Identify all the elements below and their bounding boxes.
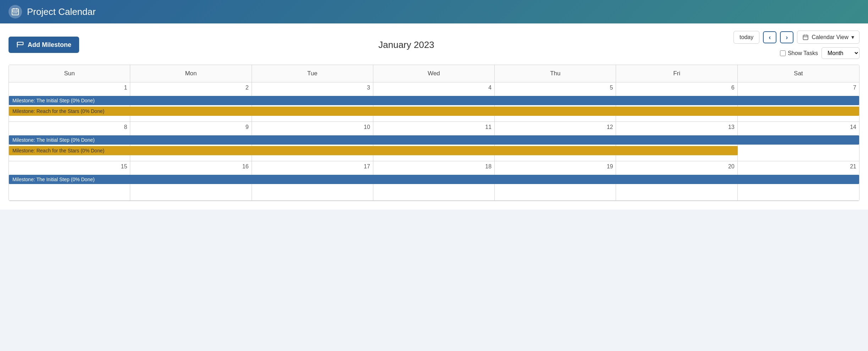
- month-title: January 2023: [378, 39, 434, 50]
- header-sat: Sat: [738, 65, 859, 82]
- day-headers: Sun Mon Tue Wed Thu Fri Sat: [9, 65, 859, 82]
- toolbar-center: January 2023: [83, 39, 729, 50]
- svg-rect-9: [803, 35, 808, 40]
- milestone-bar-week1-1[interactable]: Milestone: The Initial Step (0% Done): [9, 96, 859, 105]
- header-tue: Tue: [252, 65, 373, 82]
- add-milestone-button[interactable]: Add Milestone: [9, 37, 79, 53]
- week3-bars: Milestone: The Initial Step (0% Done): [9, 175, 859, 185]
- app-icon: [9, 5, 22, 18]
- calendar-view-button[interactable]: Calendar View ▾: [797, 31, 859, 44]
- svg-rect-0: [12, 9, 18, 15]
- milestone-bar-week3-1[interactable]: Milestone: The Initial Step (0% Done): [9, 175, 859, 184]
- week-row-1: 1 2 3 4 5 6 7 Milestone: The Initial Ste…: [9, 82, 859, 122]
- header-mon: Mon: [130, 65, 252, 82]
- app-title: Project Calendar: [27, 6, 96, 17]
- today-button[interactable]: today: [734, 31, 759, 44]
- add-milestone-label: Add Milestone: [28, 41, 71, 49]
- svg-point-5: [15, 12, 16, 14]
- milestone-bar-week2-1[interactable]: Milestone: The Initial Step (0% Done): [9, 135, 859, 145]
- svg-point-6: [16, 12, 17, 14]
- week-row-2: 8 9 10 11 12 13 14 Milestone: The Initia…: [9, 122, 859, 161]
- prev-button[interactable]: ‹: [763, 31, 776, 43]
- show-tasks-text: Show Tasks: [788, 50, 818, 56]
- header-fri: Fri: [616, 65, 737, 82]
- header-thu: Thu: [495, 65, 616, 82]
- milestone-bar-week1-2[interactable]: Milestone: Reach for the Stars (0% Done): [9, 107, 859, 116]
- main-content: Add Milestone January 2023 today ‹ › Cal…: [0, 23, 868, 210]
- calendar-view-chevron: ▾: [851, 34, 854, 40]
- toolbar-right-bottom: Show Tasks Month Week Day: [780, 47, 859, 59]
- next-button[interactable]: ›: [780, 31, 793, 43]
- toolbar-right-top: today ‹ › Calendar View ▾: [734, 31, 859, 44]
- calendar-view-label: Calendar View: [812, 34, 848, 40]
- milestone-bar-week2-2[interactable]: Milestone: Reach for the Stars (0% Done): [9, 146, 738, 155]
- svg-point-4: [13, 12, 15, 14]
- toolbar-right: today ‹ › Calendar View ▾ Sh: [734, 31, 859, 59]
- top-bar: Project Calendar: [0, 0, 868, 23]
- calendar-grid: Sun Mon Tue Wed Thu Fri Sat 1 2 3 4 5 6 …: [9, 65, 859, 201]
- show-tasks-label[interactable]: Show Tasks: [780, 50, 818, 56]
- toolbar: Add Milestone January 2023 today ‹ › Cal…: [9, 31, 859, 59]
- svg-rect-7: [17, 42, 23, 45]
- header-sun: Sun: [9, 65, 130, 82]
- week2-bars: Milestone: The Initial Step (0% Done) Mi…: [9, 135, 859, 157]
- show-tasks-checkbox[interactable]: [780, 50, 786, 56]
- week1-bars: Milestone: The Initial Step (0% Done) Mi…: [9, 96, 859, 117]
- header-wed: Wed: [373, 65, 495, 82]
- month-select[interactable]: Month Week Day: [822, 47, 859, 59]
- week-row-3: 15 16 17 18 19 20 21 Milestone: The Init…: [9, 161, 859, 201]
